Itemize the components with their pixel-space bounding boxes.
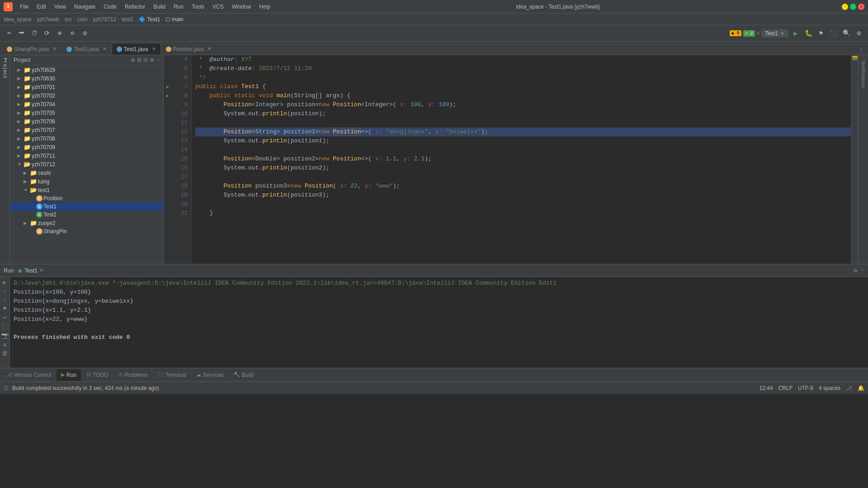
run-collapse-icon[interactable]: − (861, 267, 864, 274)
run-trash-icon[interactable]: 🗑 (2, 350, 8, 357)
run-vertical-icon[interactable]: ⇅ (3, 341, 7, 348)
project-panel-close[interactable]: − (156, 57, 160, 63)
toolbar-expand[interactable]: ⊕ (54, 28, 65, 39)
tree-item-yzh70708[interactable]: ▶ 📁 yzh70708 (10, 134, 163, 143)
close-button[interactable]: ✕ (858, 4, 864, 10)
breadcrumb-com[interactable]: com (77, 16, 88, 23)
tab-close-tests[interactable]: ✕ (103, 46, 107, 52)
menu-vcs[interactable]: VCS (209, 3, 227, 11)
tree-item-yzh70630[interactable]: ▶ 📁 yzh70630 (10, 74, 163, 83)
breadcrumb-src[interactable]: src (65, 16, 72, 23)
breadcrumb-main[interactable]: ⬡ main (165, 16, 183, 23)
toolbar-settings[interactable]: ⚙ (80, 28, 90, 39)
code-area[interactable]: ▶ ▶ 4 5 6 7 8 (164, 55, 858, 264)
tab-position[interactable]: Position.java ✕ (161, 43, 217, 55)
run-button[interactable]: ▶ (790, 28, 801, 39)
tree-item-yzh70711[interactable]: ▶ 📁 yzh70711 (10, 151, 163, 160)
tab-tests[interactable]: TestS.java ✕ (61, 43, 111, 55)
menu-refactor[interactable]: Refactor (121, 3, 149, 11)
status-line-sep[interactable]: CRLF (778, 385, 793, 391)
status-git-icon[interactable]: ⎇ (846, 385, 852, 391)
run-settings-icon[interactable]: ⚙ (854, 267, 857, 274)
tree-item-zuoye2[interactable]: ▶ 📁 zuoye2 (10, 219, 163, 227)
menu-code[interactable]: Code (100, 3, 120, 11)
search-toolbar-button[interactable]: 🔍 (841, 28, 852, 39)
coverage-button[interactable]: ⚑ (816, 28, 826, 39)
run-scroll-down[interactable]: ↓ (3, 296, 7, 303)
menu-view[interactable]: View (51, 3, 70, 11)
tree-item-ceshi[interactable]: ▶ 📁 ceshi (10, 169, 163, 177)
tree-item-test1-file[interactable]: ▶ C Test1 (10, 202, 163, 211)
run-gutter-8[interactable]: ▶ (166, 93, 169, 99)
toolbar-expand-right[interactable]: ∨ (757, 30, 760, 36)
tree-item-yzh70707[interactable]: ▶ 📁 yzh70707 (10, 126, 163, 134)
btab-version-control[interactable]: ⎇ Version Control (2, 369, 56, 381)
btab-build[interactable]: 🔨 Build (229, 369, 259, 381)
project-panel-expand[interactable]: ⊞ (137, 57, 142, 63)
menu-run[interactable]: Run (170, 3, 187, 11)
tree-item-yzh70705[interactable]: ▶ 📁 yzh70705 (10, 108, 163, 117)
menu-build[interactable]: Build (150, 3, 169, 11)
menu-edit[interactable]: Edit (33, 3, 50, 11)
settings-toolbar-button[interactable]: ⚙ (854, 28, 864, 39)
run-wrap-icon[interactable]: ↩ (3, 314, 7, 321)
tree-item-yzh70629[interactable]: ▶ 📁 yzh70629 (10, 66, 163, 74)
toolbar-back[interactable]: ⬅ (4, 28, 14, 39)
menu-tools[interactable]: Tools (188, 3, 208, 11)
tab-test1[interactable]: Test1.java ✕ (112, 43, 161, 55)
breadcrumb-yzh70712[interactable]: yzh70712 (93, 16, 116, 23)
code-content[interactable]: * @author: XYT * @create-date: 2022/7/12… (192, 55, 851, 264)
run-tab-test1[interactable]: ▶ Test1 ✕ (19, 267, 43, 274)
run-config-dropdown[interactable]: ▼ (780, 31, 785, 36)
breadcrumb-test1[interactable]: test1 (122, 16, 133, 23)
tree-item-shangpin-file[interactable]: ▶ C ShangPin (10, 227, 163, 235)
tab-close-test1[interactable]: ✕ (152, 46, 156, 52)
run-gutter-7[interactable]: ▶ (166, 84, 169, 89)
status-encoding[interactable]: UTF-8 (798, 385, 813, 391)
tree-item-test1-folder[interactable]: ▼ 📂 test1 (10, 186, 163, 194)
notifications-label[interactable]: Notifications (860, 57, 867, 91)
btab-services[interactable]: ☁ Services (192, 369, 228, 381)
toolbar-forward[interactable]: ⮕ (16, 28, 27, 39)
breadcrumb-test1-class[interactable]: 🔷 Test1 (139, 16, 160, 23)
run-tab-close[interactable]: ✕ (39, 267, 43, 273)
run-camera-icon[interactable]: 📷 (1, 332, 9, 339)
run-scroll-up[interactable]: ↑ (3, 288, 7, 295)
toolbar-sync[interactable]: ⟳ (42, 28, 52, 39)
tree-item-yzh70706[interactable]: ▶ 📁 yzh70706 (10, 117, 163, 126)
project-icon[interactable]: Project (1, 57, 9, 80)
btab-problems[interactable]: ⚠ Problems (114, 369, 152, 381)
breadcrumb-yzh7wwb[interactable]: yzh7wwb (37, 16, 59, 23)
project-panel-locate[interactable]: ⊕ (131, 57, 135, 63)
menu-file[interactable]: File (16, 3, 32, 11)
menu-help[interactable]: Help (255, 3, 274, 11)
tab-close-shangpin[interactable]: ✕ (52, 46, 57, 52)
menu-window[interactable]: Window (228, 3, 255, 11)
btab-terminal[interactable]: ⬛ Terminal (153, 369, 190, 381)
run-filter-icon[interactable]: ⚑ (3, 305, 7, 312)
toolbar-recent[interactable]: ⏱ (29, 28, 40, 39)
run-stop-icon[interactable]: ⬛ (1, 323, 9, 330)
maximize-button[interactable]: □ (850, 4, 856, 10)
minimize-button[interactable]: − (842, 4, 848, 10)
run-start-icon[interactable]: ▶ (3, 279, 7, 286)
btab-run[interactable]: ▶ Run (57, 369, 81, 381)
menu-navigate[interactable]: Navigate (71, 3, 99, 11)
tree-item-yzh70701[interactable]: ▶ 📁 yzh70701 (10, 83, 163, 91)
tabs-more-button[interactable]: ⋮ (858, 47, 864, 55)
tree-item-test2-file[interactable]: ▶ C Test2 (10, 211, 163, 219)
tree-item-yzh70709[interactable]: ▶ 📁 yzh70709 (10, 143, 163, 151)
stop-button[interactable]: ⬛ (828, 28, 839, 39)
tree-item-yzh70702[interactable]: ▶ 📁 yzh70702 (10, 91, 163, 100)
tab-close-position[interactable]: ✕ (208, 46, 212, 52)
tree-item-luing[interactable]: ▶ 📁 luing (10, 177, 163, 186)
tree-item-position-file[interactable]: ▶ C Position (10, 194, 163, 202)
btab-todo[interactable]: ☑ TODO (82, 369, 113, 381)
breadcrumb-idea-space[interactable]: idea_space (4, 16, 31, 23)
tree-item-yzh70704[interactable]: ▶ 📁 yzh70704 (10, 100, 163, 108)
debug-button[interactable]: 🐛 (803, 28, 814, 39)
status-indent[interactable]: 4 spaces (819, 385, 840, 391)
toolbar-collapse[interactable]: ⊖ (67, 28, 78, 39)
project-panel-collapse[interactable]: ⊟ (143, 57, 148, 63)
tree-item-yzh70712[interactable]: ▼ 📂 yzh70712 (10, 160, 163, 169)
